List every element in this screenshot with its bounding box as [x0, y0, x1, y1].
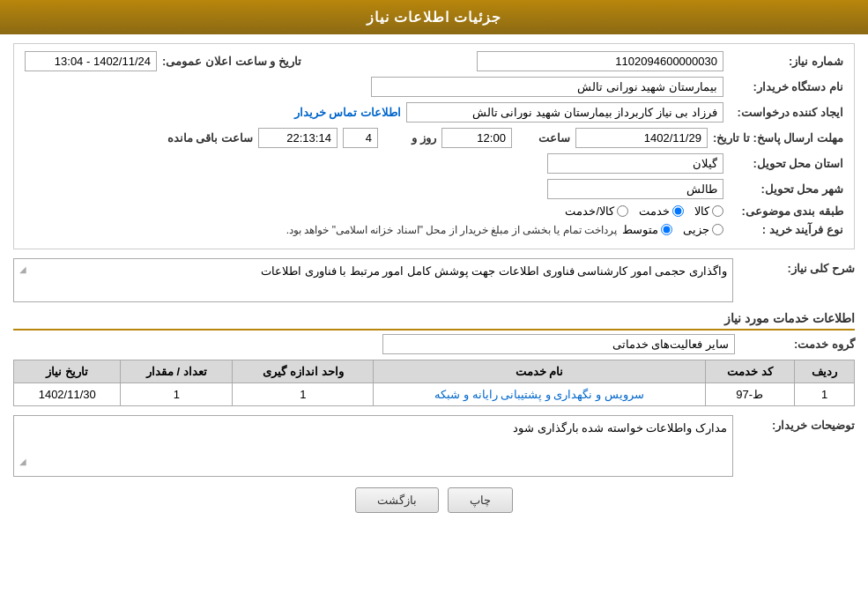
buyer-notes-text: مدارک واطلاعات خواسته شده بارگذاری شود [513, 421, 727, 434]
row-unit: 1 [233, 383, 374, 406]
purchase-type-motavasset-label: متوسط [622, 223, 658, 236]
table-header-row: ردیف کد خدمت نام خدمت واحد اندازه گیری ت… [14, 360, 855, 383]
announce-datetime-input[interactable] [25, 51, 157, 71]
response-remaining-label: ساعت باقی مانده [167, 131, 253, 145]
response-days-label: روز و [383, 131, 436, 145]
service-group-input[interactable] [382, 334, 735, 354]
page-title: جزئیات اطلاعات نیاز [367, 10, 502, 25]
purchase-type-motavasset-item: متوسط [622, 223, 672, 236]
category-kala-label: کالا [694, 204, 709, 218]
category-kala-khedmat-item: کالا/خدمت [565, 204, 628, 218]
creator-row: ایجاد کننده درخواست: اطلاعات تماس خریدار [25, 102, 843, 123]
row-service-name: سرویس و نگهداری و پشتیبانی رایانه و شبکه [374, 383, 705, 406]
description-section: شرح کلی نیاز: واگذاری حجمی امور کارشناسی… [13, 258, 855, 302]
response-time-label: ساعت [517, 131, 570, 145]
buyer-notes-content: مدارک واطلاعات خواسته شده بارگذاری شود ◢ [13, 415, 733, 477]
response-time-input[interactable] [441, 128, 512, 148]
row-number: 1 [794, 383, 854, 406]
row-date: 1402/11/30 [14, 383, 121, 406]
category-label: طبقه بندی موضوعی: [729, 204, 843, 218]
service-group-row: گروه خدمت: [13, 334, 855, 354]
services-section-title: اطلاعات خدمات مورد نیاز [13, 311, 855, 330]
col-header-date: تاریخ نیاز [14, 360, 121, 383]
col-header-row: ردیف [794, 360, 854, 383]
page-container: جزئیات اطلاعات نیاز شماره نیاز: تاریخ و … [0, 0, 868, 609]
service-group-label: گروه خدمت: [740, 338, 855, 351]
col-header-code: کد خدمت [705, 360, 794, 383]
requester-org-row: نام دستگاه خریدار: [25, 77, 843, 97]
purchase-type-motavasset-radio[interactable] [661, 224, 672, 235]
table-row: 1 ط-97 سرویس و نگهداری و پشتیبانی رایانه… [14, 383, 855, 406]
purchase-type-label: نوع فرآیند خرید : [729, 223, 843, 236]
header-bar: جزئیات اطلاعات نیاز [0, 0, 868, 34]
category-khedmat-item: خدمت [639, 204, 684, 218]
services-table: ردیف کد خدمت نام خدمت واحد اندازه گیری ت… [13, 360, 855, 406]
buyer-notes-section: توضیحات خریدار: مدارک واطلاعات خواسته شد… [13, 415, 855, 477]
purchase-type-jozvi-radio[interactable] [712, 224, 723, 235]
purchase-type-jozvi-item: جزیی [683, 223, 723, 236]
creator-link[interactable]: اطلاعات تماس خریدار [294, 106, 401, 119]
province-label: استان محل تحویل: [729, 157, 843, 170]
purchase-type-row: نوع فرآیند خرید : جزیی متوسط پرداخت تمام… [25, 223, 843, 236]
response-days-input[interactable] [343, 128, 378, 148]
need-number-input[interactable] [477, 51, 723, 71]
city-row: شهر محل تحویل: [25, 179, 843, 199]
category-khedmat-label: خدمت [639, 204, 670, 218]
need-number-row: شماره نیاز: تاریخ و ساعت اعلان عمومی: [25, 51, 843, 71]
purchase-type-jozvi-label: جزیی [683, 223, 709, 236]
purchase-type-radio-group: جزیی متوسط [622, 223, 723, 236]
category-kala-radio[interactable] [712, 205, 723, 217]
response-deadline-row: مهلت ارسال پاسخ: تا تاریخ: ساعت روز و سا… [25, 128, 843, 148]
category-kala-khedmat-label: کالا/خدمت [565, 204, 614, 218]
description-content: واگذاری حجمی امور کارشناسی فناوری اطلاعا… [13, 258, 733, 302]
buyer-notes-label: توضیحات خریدار: [740, 415, 855, 432]
response-remaining-input[interactable] [258, 128, 338, 148]
description-label: شرح کلی نیاز: [740, 258, 855, 275]
city-label: شهر محل تحویل: [729, 182, 843, 196]
city-input[interactable] [547, 179, 723, 199]
category-kala-khedmat-radio[interactable] [617, 205, 628, 217]
response-date-input[interactable] [575, 128, 708, 148]
category-radio-group: کالا خدمت کالا/خدمت [565, 204, 723, 218]
creator-label: ایجاد کننده درخواست: [729, 106, 843, 119]
buttons-row: چاپ بازگشت [13, 487, 855, 513]
province-input[interactable] [547, 153, 723, 174]
print-button[interactable]: چاپ [448, 487, 513, 513]
col-header-qty: تعداد / مقدار [121, 360, 233, 383]
announce-datetime-label: تاریخ و ساعت اعلان عمومی: [162, 55, 301, 68]
category-row: طبقه بندی موضوعی: کالا خدمت کالا/خدمت [25, 204, 843, 218]
province-row: استان محل تحویل: [25, 153, 843, 174]
creator-input[interactable] [406, 102, 723, 123]
content-area: شماره نیاز: تاریخ و ساعت اعلان عمومی: نا… [0, 34, 868, 532]
col-header-unit: واحد اندازه گیری [233, 360, 374, 383]
requester-org-label: نام دستگاه خریدار: [729, 80, 843, 93]
category-khedmat-radio[interactable] [672, 205, 684, 217]
row-code: ط-97 [705, 383, 794, 406]
response-deadline-label: مهلت ارسال پاسخ: تا تاریخ: [713, 131, 843, 145]
description-text: واگذاری حجمی امور کارشناسی فناوری اطلاعا… [261, 264, 727, 278]
row-quantity: 1 [121, 383, 233, 406]
purchase-note: پرداخت تمام یا بخشی از مبلغ خریدار از مح… [286, 224, 617, 236]
main-form: شماره نیاز: تاریخ و ساعت اعلان عمومی: نا… [13, 43, 855, 249]
requester-org-input[interactable] [371, 77, 723, 97]
back-button[interactable]: بازگشت [355, 487, 439, 513]
need-number-label: شماره نیاز: [729, 55, 843, 68]
col-header-name: نام خدمت [374, 360, 705, 383]
category-kala-item: کالا [694, 204, 723, 218]
